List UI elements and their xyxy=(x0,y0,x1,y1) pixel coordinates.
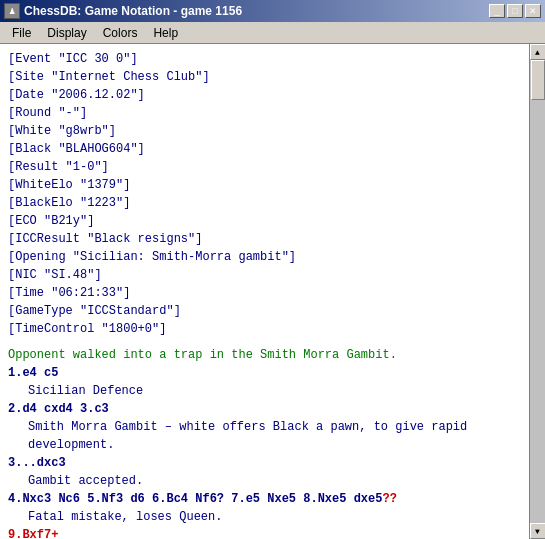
move1: 1.e4 c5 xyxy=(8,366,58,380)
scroll-thumb[interactable] xyxy=(531,60,545,100)
header-date: [Date "2006.12.02"] xyxy=(8,86,521,104)
header-timecontrol: [TimeControl "1800+0"] xyxy=(8,320,521,338)
header-block: [Event "ICC 30 0"] [Site "Internet Chess… xyxy=(8,50,521,338)
menu-bar: File Display Colors Help xyxy=(0,22,545,44)
close-button[interactable]: ✕ xyxy=(525,4,541,18)
header-eco: [ECO "B21y"] xyxy=(8,212,521,230)
double-question: ?? xyxy=(382,492,396,506)
menu-file[interactable]: File xyxy=(4,24,39,42)
move2: 2.d4 cxd4 3.c3 xyxy=(8,402,109,416)
header-opening: [Opening "Sicilian: Smith-Morra gambit"] xyxy=(8,248,521,266)
header-blackelo: [BlackElo "1223"] xyxy=(8,194,521,212)
move3-line: 3...dxc3 xyxy=(8,454,521,472)
scroll-up-button[interactable]: ▲ xyxy=(530,44,546,60)
header-white: [White "g8wrb"] xyxy=(8,122,521,140)
move5: 9.Bxf7+ xyxy=(8,528,58,539)
header-event: [Event "ICC 30 0"] xyxy=(8,50,521,68)
maximize-button[interactable]: □ xyxy=(507,4,523,18)
move2-line: 2.d4 cxd4 3.c3 xyxy=(8,400,521,418)
header-nic: [NIC "SI.48"] xyxy=(8,266,521,284)
comment1: Opponent walked into a trap in the Smith… xyxy=(8,346,521,364)
move3-indent: Gambit accepted. xyxy=(8,472,521,490)
header-site: [Site "Internet Chess Club"] xyxy=(8,68,521,86)
title-bar-buttons: _ □ ✕ xyxy=(489,4,541,18)
title-bar: ♟ ChessDB: Game Notation - game 1156 _ □… xyxy=(0,0,545,22)
scroll-down-button[interactable]: ▼ xyxy=(530,523,546,539)
menu-display[interactable]: Display xyxy=(39,24,94,42)
header-iccresult: [ICCResult "Black resigns"] xyxy=(8,230,521,248)
scrollbar[interactable]: ▲ ▼ xyxy=(529,44,545,539)
header-round: [Round "-"] xyxy=(8,104,521,122)
menu-colors[interactable]: Colors xyxy=(95,24,146,42)
header-time: [Time "06:21:33"] xyxy=(8,284,521,302)
header-black: [Black "BLAHOG604"] xyxy=(8,140,521,158)
header-whiteelo: [WhiteElo "1379"] xyxy=(8,176,521,194)
menu-help[interactable]: Help xyxy=(145,24,186,42)
main-text[interactable]: [Event "ICC 30 0"] [Site "Internet Chess… xyxy=(0,44,529,539)
move4: 4.Nxc3 Nc6 5.Nf3 d6 6.Bc4 Nf6? 7.e5 Nxe5… xyxy=(8,492,397,506)
app-icon: ♟ xyxy=(4,3,20,19)
move1-line: 1.e4 c5 xyxy=(8,364,521,382)
move5-line: 9.Bxf7+ xyxy=(8,526,521,539)
move3: 3...dxc3 xyxy=(8,456,66,470)
minimize-button[interactable]: _ xyxy=(489,4,505,18)
move1-indent: Sicilian Defence xyxy=(8,382,521,400)
move4-desc: Fatal mistake, loses Queen. xyxy=(8,508,521,526)
scroll-track[interactable] xyxy=(530,60,545,523)
move4-line: 4.Nxc3 Nc6 5.Nf3 d6 6.Bc4 Nf6? 7.e5 Nxe5… xyxy=(8,490,521,508)
title-bar-text: ChessDB: Game Notation - game 1156 xyxy=(24,4,242,18)
move2-desc: Smith Morra Gambit – white offers Black … xyxy=(8,418,521,454)
header-gametype: [GameType "ICCStandard"] xyxy=(8,302,521,320)
content-area: [Event "ICC 30 0"] [Site "Internet Chess… xyxy=(0,44,545,539)
header-result: [Result "1-0"] xyxy=(8,158,521,176)
title-bar-left: ♟ ChessDB: Game Notation - game 1156 xyxy=(4,3,242,19)
